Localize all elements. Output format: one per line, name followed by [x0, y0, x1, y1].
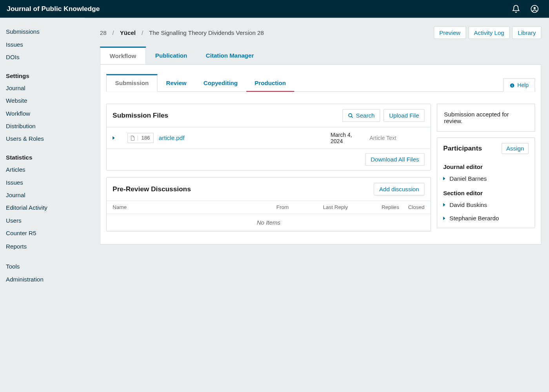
sidebar-item-issues[interactable]: Issues [6, 38, 85, 51]
col-name: Name [113, 204, 276, 210]
assign-button[interactable]: Assign [502, 143, 529, 154]
svg-point-1 [534, 7, 536, 9]
expand-caret-icon[interactable] [443, 217, 445, 220]
sidebar-header-settings: Settings [6, 70, 85, 82]
file-id: 186 [138, 135, 153, 141]
participant-name[interactable]: Daniel Barnes [449, 175, 487, 182]
tab-submission[interactable]: Submission [106, 74, 158, 92]
breadcrumb-author[interactable]: Yücel [120, 29, 136, 36]
upload-file-button[interactable]: Upload File [384, 109, 425, 122]
help-label: Help [517, 82, 529, 88]
file-badge: 186 [127, 133, 154, 143]
library-button[interactable]: Library [512, 26, 541, 39]
expand-caret-icon[interactable] [113, 136, 115, 140]
help-button[interactable]: i Help [504, 78, 535, 92]
sidebar-item-users-roles[interactable]: Users & Roles [6, 132, 85, 145]
file-name-link[interactable]: article.pdf [159, 134, 325, 141]
sidebar-item-distribution[interactable]: Distribution [6, 120, 85, 133]
participants-title: Participants [443, 145, 482, 152]
bell-icon[interactable] [508, 1, 524, 16]
status-box: Submission accepted for review. [437, 103, 535, 131]
submission-files-panel: Submission Files Search Upload File [106, 103, 431, 171]
col-last-reply: Last Reply [323, 204, 370, 210]
expand-caret-icon[interactable] [443, 203, 445, 207]
info-circle-icon: i [510, 83, 515, 88]
tab-production[interactable]: Production [246, 74, 294, 91]
main-area: 28 / Yücel / The Signalling Theory Divid… [85, 18, 549, 392]
search-label: Search [356, 112, 375, 119]
sidebar-item-users[interactable]: Users [6, 214, 85, 227]
file-row: 186 article.pdf March 4, 2024 Article Te… [107, 127, 431, 149]
journal-title[interactable]: Journal of Public Knowledge [7, 5, 100, 13]
participant-name[interactable]: Stephanie Berardo [449, 215, 499, 221]
tab-copyediting[interactable]: Copyediting [195, 74, 246, 91]
participant-name[interactable]: David Buskins [449, 201, 487, 208]
sidebar-header-statistics: Statistics [6, 151, 85, 163]
add-discussion-button[interactable]: Add discussion [374, 183, 425, 195]
breadcrumb-id[interactable]: 28 [100, 29, 107, 36]
file-kind: Article Text [369, 135, 424, 141]
participant-row: Daniel Barnes [437, 172, 534, 185]
sidebar-item-counter-r5[interactable]: Counter R5 [6, 227, 85, 240]
discussions-columns: Name From Last Reply Replies Closed [107, 201, 431, 214]
discussions-title: Pre-Review Discussions [113, 185, 370, 193]
col-replies: Replies [369, 204, 399, 210]
search-files-button[interactable]: Search [342, 109, 380, 122]
role-journal-editor: Journal editor [437, 159, 534, 172]
tab-review[interactable]: Review [158, 74, 195, 91]
workflow-tabs: Submission Review Copyediting Production… [106, 74, 535, 92]
sidebar-item-administration[interactable]: Administration [6, 273, 85, 286]
sidebar-item-workflow[interactable]: Workflow [6, 107, 85, 120]
sidebar-item-tools[interactable]: Tools [6, 260, 85, 273]
sidebar-item-journal[interactable]: Journal [6, 82, 85, 94]
activity-log-button[interactable]: Activity Log [468, 26, 509, 39]
participant-row: David Buskins [437, 198, 534, 212]
sidebar-item-stat-issues[interactable]: Issues [6, 176, 85, 189]
app-header: Journal of Public Knowledge [0, 0, 549, 18]
discussions-panel: Pre-Review Discussions Add discussion Na… [106, 177, 431, 231]
sidebar-item-stat-journal[interactable]: Journal [6, 189, 85, 201]
sidebar-item-editorial-activity[interactable]: Editorial Activity [6, 201, 85, 214]
workspace: Submission Review Copyediting Production… [100, 64, 542, 245]
svg-point-4 [349, 113, 352, 116]
sidebar-item-website[interactable]: Website [6, 94, 85, 107]
col-from: From [276, 204, 323, 210]
outer-tabs: Workflow Publication Citation Manager [100, 47, 542, 65]
search-icon [348, 113, 353, 118]
svg-line-5 [351, 116, 353, 118]
expand-caret-icon[interactable] [443, 177, 445, 180]
sidebar-item-articles[interactable]: Articles [6, 163, 85, 176]
tab-publication[interactable]: Publication [146, 47, 196, 65]
tab-workflow[interactable]: Workflow [100, 47, 146, 65]
submission-files-title: Submission Files [113, 112, 339, 119]
sidebar-item-dois[interactable]: DOIs [6, 51, 85, 64]
download-all-button[interactable]: Download All Files [365, 153, 425, 166]
svg-text:i: i [512, 83, 513, 87]
file-icon [128, 135, 138, 141]
preview-button[interactable]: Preview [434, 26, 466, 39]
role-section-editor: Section editor [437, 185, 534, 198]
user-circle-icon[interactable] [527, 1, 542, 16]
sidebar-item-reports[interactable]: Reports [6, 240, 85, 253]
participant-row: Stephanie Berardo [437, 212, 534, 228]
col-closed: Closed [399, 204, 425, 210]
breadcrumb-title: The Signalling Theory Dividends Version … [149, 29, 264, 36]
sidebar-item-submissions[interactable]: Submissions [6, 25, 85, 38]
discussions-empty: No Items [107, 214, 431, 231]
tab-citation-manager[interactable]: Citation Manager [196, 47, 263, 65]
sidebar: Submissions Issues DOIs Settings Journal… [0, 18, 85, 392]
file-date: March 4, 2024 [331, 132, 364, 144]
breadcrumb: 28 / Yücel / The Signalling Theory Divid… [100, 29, 434, 36]
participants-panel: Participants Assign Journal editor Danie… [437, 138, 535, 228]
